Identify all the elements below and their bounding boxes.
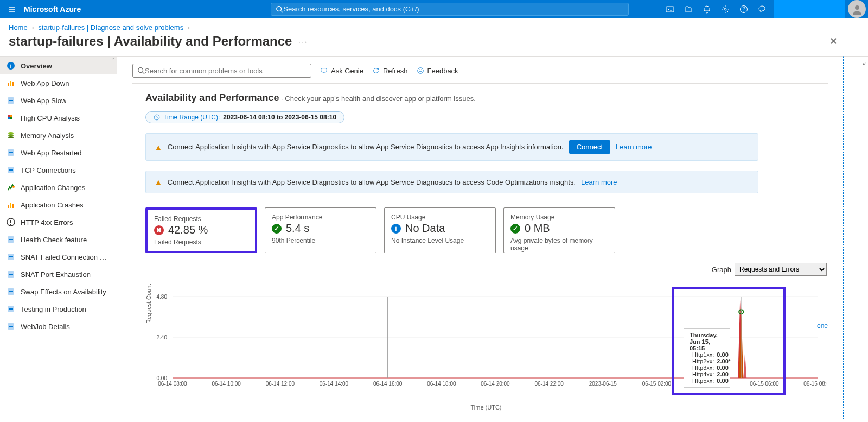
sidebar: ⌃ iOverviewWeb App DownWeb App SlowHigh … [0, 56, 117, 419]
metric-card-cpu-usage[interactable]: CPU UsageiNo DataNo Instance Level Usage [384, 207, 496, 253]
metric-card-failed-requests[interactable]: Failed Requests✖42.85 %Failed Requests [145, 207, 257, 253]
feedback-button[interactable]: Feedback [417, 67, 458, 75]
brand-label[interactable]: Microsoft Azure [24, 5, 92, 14]
svg-text:06-14 12:00: 06-14 12:00 [266, 381, 295, 387]
sidebar-item-tcp-connections[interactable]: TCP Connections [0, 161, 117, 179]
avatar[interactable] [848, 0, 866, 18]
sidebar-item-label: Web App Restarted [21, 149, 82, 157]
svg-rect-40 [9, 308, 13, 310]
svg-rect-14 [10, 115, 12, 117]
time-range-chip[interactable]: Time Range (UTC): 2023-06-14 08:10 to 20… [145, 111, 344, 123]
banner-code-opt: ▲ Connect Application Insights with App … [145, 171, 758, 193]
breadcrumb-home[interactable]: Home [9, 23, 28, 32]
sidebar-item-web-app-restarted[interactable]: Web App Restarted [0, 144, 117, 161]
help-icon[interactable] [735, 0, 752, 18]
sidebar-item-swap-effects-on-availability[interactable]: Swap Effects on Availability [0, 283, 117, 300]
sidebar-item-snat-port-exhaustion[interactable]: SNAT Port Exhaustion [0, 266, 117, 283]
svg-point-19 [8, 136, 14, 138]
chevron-right-icon: › [186, 23, 192, 32]
svg-point-17 [8, 132, 14, 134]
tile-pb-icon [7, 148, 15, 157]
svg-text:06-15 08:00: 06-15 08:00 [803, 381, 827, 387]
content-toolbar: Ask Genie Refresh Feedback [132, 64, 828, 84]
sidebar-item-label: High CPU Analysis [21, 114, 80, 122]
svg-point-43 [138, 68, 143, 73]
sidebar-item-label: Overview [21, 62, 52, 70]
sidebar-item-webjob-details[interactable]: WebJob Details [0, 318, 117, 335]
sidebar-item-web-app-down[interactable]: Web App Down [0, 74, 117, 92]
notifications-icon[interactable] [698, 0, 716, 18]
sidebar-item-label: Swap Effects on Availability [21, 288, 106, 296]
svg-text:06-14 10:00: 06-14 10:00 [212, 381, 241, 387]
svg-rect-30 [10, 224, 11, 225]
directories-icon[interactable] [680, 0, 697, 18]
metric-card-app-performance[interactable]: App Performance✓5.4 s90th Percentile [265, 207, 376, 253]
tile-pb-icon [7, 166, 15, 174]
legend-item[interactable]: Http4xx [515, 418, 545, 419]
global-search-input[interactable] [283, 5, 624, 13]
sidebar-item-memory-analysis[interactable]: Memory Analysis [0, 127, 117, 144]
connect-button[interactable]: Connect [569, 140, 610, 154]
sidebar-item-web-app-slow[interactable]: Web App Slow [0, 92, 117, 109]
svg-text:06-14 20:00: 06-14 20:00 [481, 381, 510, 387]
chart[interactable]: Request Count 0.002.404.8006-14 08:0006-… [145, 291, 827, 405]
legend-item[interactable]: Http2xx [427, 418, 457, 419]
sidebar-item-high-cpu-analysis[interactable]: High CPU Analysis [0, 109, 117, 127]
svg-rect-27 [12, 204, 14, 208]
sidebar-item-snat-failed-connection-endp[interactable]: SNAT Failed Connection Endp... [0, 248, 117, 266]
collapse-icon[interactable]: « [863, 60, 866, 67]
breadcrumb: Home › startup-failures | Diagnose and s… [0, 18, 868, 33]
global-search[interactable] [271, 3, 629, 16]
svg-rect-10 [12, 82, 14, 86]
sidebar-item-overview[interactable]: iOverview [0, 57, 117, 74]
close-button[interactable]: ✕ [829, 35, 859, 47]
svg-rect-23 [9, 169, 13, 171]
svg-point-0 [277, 6, 282, 11]
sidebar-item-label: HTTP 4xx Errors [21, 218, 73, 226]
svg-text:2.40: 2.40 [157, 335, 168, 341]
search-icon [137, 67, 145, 74]
legend-item[interactable]: Http3xx [471, 418, 501, 419]
sidebar-item-label: Application Crashes [21, 201, 84, 209]
right-gutter: « [844, 56, 868, 419]
ask-genie-button[interactable]: Ask Genie [320, 67, 363, 75]
svg-point-48 [421, 70, 422, 70]
more-actions[interactable]: ··· [298, 37, 308, 46]
status-icon: i [391, 224, 401, 234]
svg-rect-21 [9, 152, 13, 153]
svg-point-3 [724, 8, 726, 10]
legend-item[interactable]: Http5xx [559, 418, 589, 419]
sidebar-item-http-4xx-errors[interactable]: HTTP 4xx Errors [0, 213, 117, 231]
problem-search-input[interactable] [145, 67, 307, 75]
genie-icon [320, 67, 328, 74]
learn-more-link-1[interactable]: Learn more [616, 143, 652, 151]
legend-item[interactable]: Http1xx [384, 418, 413, 419]
feedback-top-icon[interactable] [754, 0, 771, 18]
sidebar-item-health-check-feature[interactable]: Health Check feature [0, 231, 117, 248]
sidebar-item-testing-in-production[interactable]: Testing in Production [0, 300, 117, 318]
top-bar: Microsoft Azure [0, 0, 868, 18]
page-title: startup-failures | Availability and Perf… [9, 34, 292, 49]
feedback-icon [417, 67, 424, 74]
sidebar-item-application-crashes[interactable]: Application Crashes [0, 196, 117, 213]
account-box[interactable] [774, 0, 845, 18]
problem-search[interactable] [132, 64, 311, 78]
tile-pb-icon [7, 96, 15, 105]
graph-select[interactable]: Requests and Errors [735, 263, 827, 276]
refresh-button[interactable]: Refresh [372, 67, 408, 75]
sidebar-item-application-changes[interactable]: Application Changes [0, 179, 117, 196]
svg-rect-25 [8, 205, 9, 208]
svg-line-1 [281, 10, 283, 12]
learn-more-link-2[interactable]: Learn more [581, 178, 617, 186]
svg-rect-29 [10, 220, 11, 223]
svg-line-44 [143, 72, 145, 74]
svg-rect-9 [10, 81, 11, 86]
breadcrumb-diagnose[interactable]: startup-failures | Diagnose and solve pr… [38, 23, 183, 32]
hamburger-menu[interactable] [0, 5, 24, 14]
chart-tooltip: Thursday, Jun 15, 05:15 Http1xx: 0.00Htt… [684, 328, 730, 388]
cloudshell-icon[interactable] [661, 0, 679, 18]
metric-card-memory-usage[interactable]: Memory Usage✓0 MBAvg private bytes of me… [503, 207, 615, 253]
svg-text:2023-06-15: 2023-06-15 [589, 381, 617, 387]
settings-icon[interactable] [717, 0, 734, 18]
svg-rect-45 [321, 68, 327, 72]
